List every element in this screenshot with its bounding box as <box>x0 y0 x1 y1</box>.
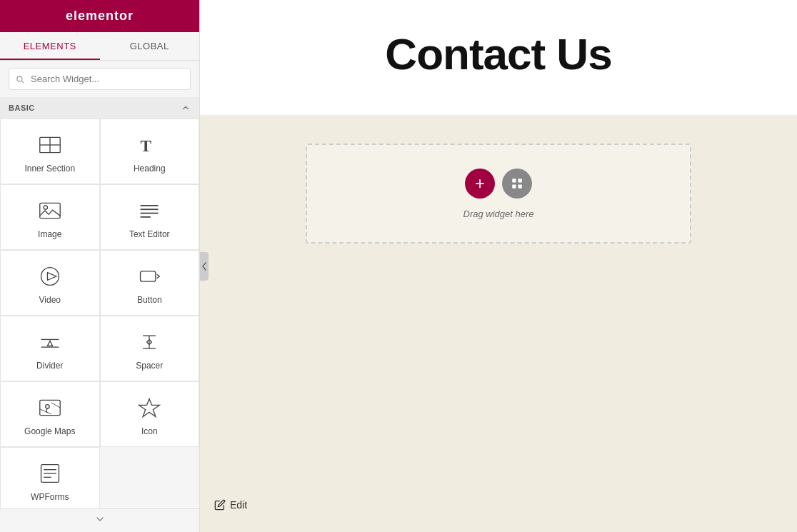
image-icon <box>37 198 63 224</box>
divider-icon <box>37 329 63 355</box>
search-input[interactable] <box>9 68 191 90</box>
page-title: Contact Us <box>385 29 611 79</box>
scroll-down-button[interactable] <box>0 508 199 532</box>
widget-video-label: Video <box>39 295 61 305</box>
video-icon <box>37 264 63 289</box>
drop-zone-actions: + <box>465 169 532 199</box>
widget-icon-label: Icon <box>141 426 158 436</box>
tab-bar: ELEMENTS GLOBAL <box>0 32 199 61</box>
svg-rect-19 <box>141 271 156 281</box>
sidebar-header: elementor <box>0 0 199 32</box>
svg-rect-42 <box>518 184 522 188</box>
wpforms-icon <box>37 461 63 486</box>
widget-divider-label: Divider <box>36 361 63 371</box>
google-maps-icon <box>37 395 63 421</box>
svg-marker-18 <box>47 273 56 281</box>
widget-button-label: Button <box>137 295 162 305</box>
widget-image-label: Image <box>38 229 61 239</box>
widget-wpforms[interactable]: WPForms <box>0 447 100 508</box>
svg-marker-21 <box>47 341 52 346</box>
svg-rect-40 <box>518 179 522 182</box>
widget-heading[interactable]: T Heading <box>100 119 200 184</box>
widget-grid: Inner Section T Heading <box>0 119 199 508</box>
svg-rect-39 <box>512 179 516 182</box>
widget-text-editor-label: Text Editor <box>129 229 170 239</box>
widget-image[interactable]: Image <box>0 184 100 250</box>
options-icon <box>511 177 523 190</box>
edit-bar[interactable]: Edit <box>214 499 247 511</box>
canvas: Contact Us + Drag widget here <box>200 0 797 532</box>
content-area: + Drag widget here Edit <box>200 115 797 532</box>
tab-elements[interactable]: ELEMENTS <box>0 32 100 60</box>
widget-spacer[interactable]: Spacer <box>100 316 200 381</box>
add-widget-button[interactable]: + <box>465 169 495 199</box>
section-label: BASIC <box>9 104 35 112</box>
svg-rect-41 <box>512 184 516 188</box>
collapse-arrow-icon <box>201 261 207 271</box>
search-bar <box>0 61 199 97</box>
svg-marker-34 <box>139 399 159 417</box>
elementor-logo: elementor <box>66 9 134 24</box>
widget-icon[interactable]: Icon <box>100 381 200 447</box>
svg-point-12 <box>44 206 47 209</box>
edit-label: Edit <box>230 499 247 511</box>
svg-line-32 <box>51 403 60 408</box>
svg-point-31 <box>46 405 49 408</box>
widget-wpforms-label: WPForms <box>31 492 69 502</box>
chevron-down-icon <box>94 513 106 525</box>
widget-heading-label: Heading <box>134 164 166 174</box>
options-button[interactable] <box>502 169 532 199</box>
svg-line-33 <box>40 409 51 414</box>
page-heading-area: Contact Us <box>200 0 797 115</box>
button-icon <box>136 264 162 289</box>
widget-divider[interactable]: Divider <box>0 316 100 381</box>
widget-button[interactable]: Button <box>100 250 200 316</box>
drop-zone[interactable]: + Drag widget here <box>306 144 691 244</box>
chevron-up-icon <box>181 103 191 113</box>
heading-icon: T <box>136 132 162 158</box>
inner-section-icon <box>37 132 63 158</box>
icon-widget-icon <box>136 395 162 421</box>
svg-text:T: T <box>141 136 152 155</box>
spacer-icon <box>136 329 162 355</box>
edit-icon <box>214 499 226 511</box>
widget-inner-section[interactable]: Inner Section <box>0 119 100 184</box>
text-editor-icon <box>136 198 162 224</box>
widget-text-editor[interactable]: Text Editor <box>100 184 200 250</box>
widget-google-maps-label: Google Maps <box>24 426 75 436</box>
widget-spacer-label: Spacer <box>136 361 163 371</box>
svg-rect-30 <box>40 400 60 415</box>
tab-global[interactable]: GLOBAL <box>100 32 200 60</box>
svg-rect-11 <box>40 203 60 218</box>
sidebar: elementor ELEMENTS GLOBAL BASIC <box>0 0 200 532</box>
widget-video[interactable]: Video <box>0 250 100 316</box>
drop-zone-label: Drag widget here <box>463 209 534 219</box>
widget-inner-section-label: Inner Section <box>24 164 75 174</box>
basic-section-header: BASIC <box>0 97 199 119</box>
sidebar-collapse-handle[interactable] <box>200 252 209 281</box>
widget-google-maps[interactable]: Google Maps <box>0 381 100 447</box>
